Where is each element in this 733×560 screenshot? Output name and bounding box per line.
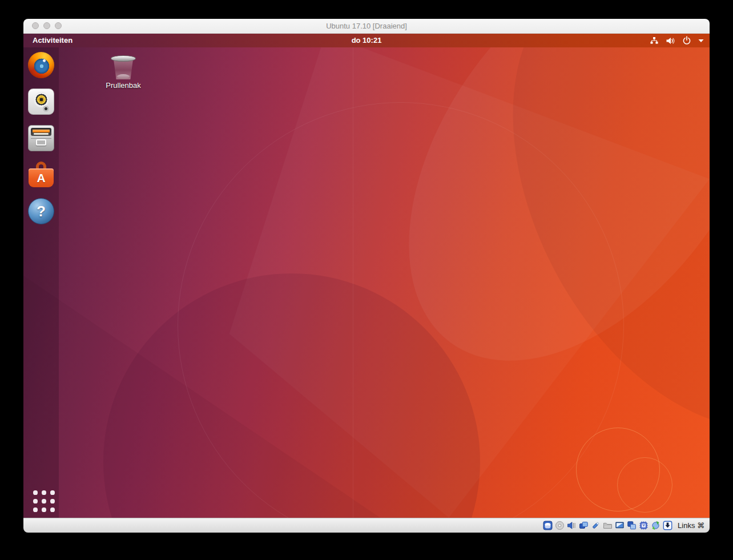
display-icon[interactable] (615, 521, 625, 530)
help-question-glyph: ? (37, 203, 46, 220)
screen-background: { "host_window": { "title": "Ubuntu 17.1… (0, 0, 733, 560)
activities-button[interactable]: Activiteiten (23, 34, 82, 47)
power-icon (682, 36, 691, 45)
keyboard-capture-icon[interactable] (663, 521, 672, 530)
rhythmbox-icon (28, 88, 54, 115)
dock-item-help[interactable]: ? (23, 198, 59, 235)
network-icon (650, 37, 659, 45)
shared-folders-icon[interactable] (603, 521, 613, 530)
vm-window: Ubuntu 17.10 [Draaiend] Activiteiten do … (23, 19, 710, 533)
desktop-wallpaper (23, 34, 710, 518)
files-icon (28, 125, 54, 151)
trash-label: Prullenbak (100, 81, 147, 90)
dock-item-firefox[interactable] (23, 52, 59, 88)
show-applications-button[interactable] (33, 490, 56, 512)
system-status-menu[interactable] (650, 34, 704, 47)
gnome-top-bar: Activiteiten do 10:21 (23, 34, 710, 47)
hard-disks-icon[interactable] (543, 521, 553, 530)
desktop-icon-trash[interactable]: Prullenbak (100, 55, 147, 90)
clock-button[interactable]: do 10:21 (332, 34, 401, 47)
ubuntu-software-icon: A (28, 162, 54, 188)
volume-icon (666, 37, 675, 45)
trash-icon (100, 55, 147, 79)
audio-icon[interactable] (567, 521, 577, 530)
ubuntu-dock: A ? (23, 47, 59, 518)
dock-item-ubuntu-software[interactable]: A (23, 162, 59, 198)
firefox-icon (28, 52, 54, 78)
host-key-label: Links ⌘ (678, 521, 704, 530)
vm-display: Activiteiten do 10:21 (23, 34, 710, 518)
window-title: Ubuntu 17.10 [Draaiend] (23, 19, 710, 33)
mouse-integration-icon[interactable] (651, 521, 660, 530)
help-icon: ? (28, 198, 54, 224)
optical-drives-icon[interactable] (555, 521, 565, 530)
dock-item-rhythmbox[interactable] (23, 88, 59, 125)
features-glyph: V (643, 523, 645, 527)
usb-icon[interactable] (591, 521, 601, 530)
dock-item-files[interactable] (23, 125, 59, 162)
network-adapters-icon[interactable] (579, 521, 589, 530)
recording-icon[interactable] (627, 521, 637, 530)
software-bag-letter: A (37, 171, 45, 185)
vbox-status-bar: V Links ⌘ (23, 518, 710, 533)
chevron-down-icon (698, 39, 704, 43)
window-titlebar[interactable]: Ubuntu 17.10 [Draaiend] (23, 19, 710, 34)
features-chip-icon[interactable]: V (639, 521, 649, 530)
